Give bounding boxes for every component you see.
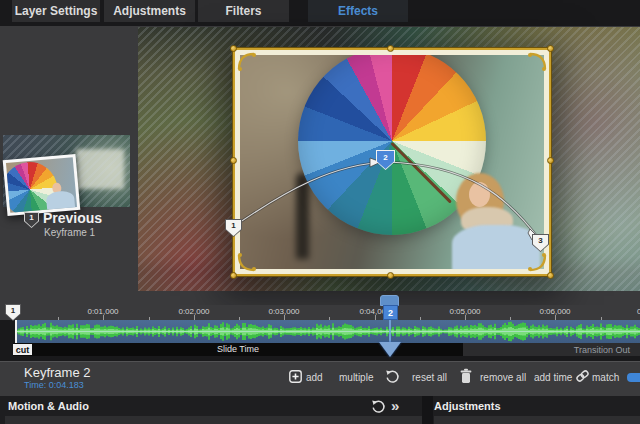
playhead-keyframe-2[interactable]: 2 [383, 305, 398, 320]
waveform [15, 320, 640, 343]
remove-all-icon[interactable] [459, 368, 473, 384]
cut-badge[interactable]: cut [13, 344, 32, 355]
frame-corner-ornament [526, 51, 548, 73]
motion-audio-panel-content [5, 416, 422, 424]
multiple-button[interactable]: multiple [339, 372, 373, 383]
adjustments-header: Adjustments [434, 400, 501, 412]
thumbnail-photo [6, 157, 77, 213]
playhead-arrow[interactable] [379, 342, 401, 357]
effects-tab-bar: Layer Settings Adjustments Filters Effec… [0, 0, 640, 26]
frame-corner-ornament [526, 251, 548, 273]
panel-expand-icon[interactable]: » [391, 399, 399, 413]
frame-corner-ornament [236, 251, 258, 273]
frame-corner-ornament [236, 51, 258, 73]
add-icon[interactable] [289, 370, 302, 383]
previous-sublabel: Keyframe 1 [44, 227, 95, 238]
keyframe-time: Time: 0:04.183 [24, 380, 84, 390]
reset-all-button[interactable]: reset all [412, 372, 447, 383]
thumbnail-jacket [46, 190, 75, 210]
frame-handle-dot[interactable] [230, 157, 237, 164]
tab-layer-settings[interactable]: Layer Settings [12, 0, 100, 22]
keyframe-title: Keyframe 2 [24, 365, 90, 380]
add-keyframe-button[interactable]: add [306, 372, 323, 383]
video-editor-window: Layer Settings Adjustments Filters Effec… [0, 0, 640, 424]
adjustments-panel-content [434, 416, 640, 424]
add-time-button[interactable]: add time [534, 372, 572, 383]
motion-audio-header: Motion & Audio [8, 400, 89, 412]
transition-out-bar[interactable]: Transition Out [463, 343, 640, 356]
timeline-ruler[interactable]: 0:01,000 0:02,000 0:03,000 0:04,000 0:05… [0, 305, 640, 320]
frame-handle-dot[interactable] [547, 157, 554, 164]
tab-filters[interactable]: Filters [198, 0, 289, 22]
tab-adjustments[interactable]: Adjustments [104, 0, 195, 22]
previous-label: Previous [43, 210, 102, 226]
audio-waveform-track[interactable] [15, 320, 640, 343]
previous-keyframe-thumbnail[interactable] [3, 154, 81, 216]
lamp-post [296, 173, 309, 259]
frame-handle-dot[interactable] [230, 272, 237, 279]
woman-face [469, 182, 490, 207]
frame-handle-dot[interactable] [547, 45, 554, 52]
tab-effects[interactable]: Effects [308, 0, 408, 22]
frame-handle-dot[interactable] [387, 272, 394, 279]
match-button[interactable]: match [592, 372, 619, 383]
match-link-icon[interactable] [575, 369, 590, 383]
track-start-line [15, 320, 17, 343]
transition-out-label: Transition Out [574, 345, 630, 355]
reset-all-icon[interactable] [385, 369, 400, 384]
panel-divider [422, 396, 433, 424]
playhead-line [389, 320, 391, 343]
scroll-handle[interactable] [627, 373, 640, 382]
remove-all-button[interactable]: remove all [480, 372, 526, 383]
frame-handle-dot[interactable] [387, 45, 394, 52]
frame-handle-dot[interactable] [547, 272, 554, 279]
panel-reset-icon[interactable] [371, 399, 386, 414]
